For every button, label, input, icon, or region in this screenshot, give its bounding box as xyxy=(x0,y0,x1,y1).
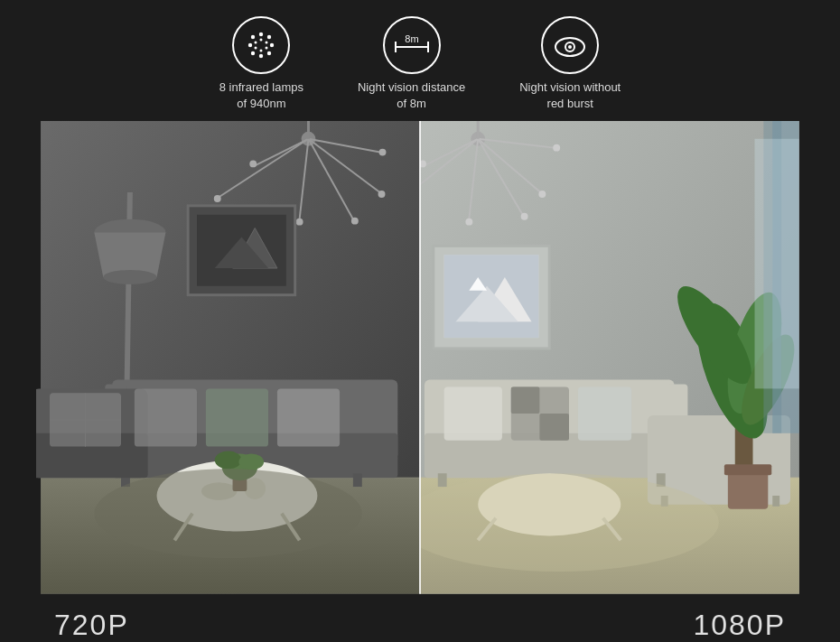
svg-point-10 xyxy=(266,47,268,50)
infrared-icon xyxy=(232,16,290,74)
svg-point-71 xyxy=(94,470,361,559)
svg-point-36 xyxy=(249,161,257,168)
page-wrapper: 8 infrared lamps of 940nm 8m Night visio… xyxy=(0,0,840,642)
distance-icon: 8m xyxy=(383,16,441,74)
svg-rect-53 xyxy=(353,474,362,488)
svg-rect-106 xyxy=(539,414,569,441)
svg-point-77 xyxy=(538,191,546,198)
distance-text: Night vision distance of 8m xyxy=(358,79,465,112)
svg-point-5 xyxy=(251,51,255,55)
svg-point-9 xyxy=(266,42,268,44)
svg-point-8 xyxy=(260,39,263,42)
svg-point-87 xyxy=(553,144,560,152)
svg-text:8m: 8m xyxy=(405,33,418,44)
svg-point-32 xyxy=(214,195,221,202)
svg-point-69 xyxy=(215,451,242,470)
svg-rect-103 xyxy=(444,387,502,441)
svg-point-4 xyxy=(259,54,263,58)
svg-point-121 xyxy=(397,474,719,572)
infrared-text: 8 infrared lamps of 940nm xyxy=(219,79,303,112)
svg-point-85 xyxy=(465,219,472,226)
svg-point-7 xyxy=(251,35,255,39)
no-red-burst-text: Night vision without red burst xyxy=(519,79,621,112)
svg-point-30 xyxy=(378,191,386,198)
svg-rect-117 xyxy=(754,139,798,389)
left-resolution-label: 720P xyxy=(54,609,129,642)
svg-point-81 xyxy=(521,213,528,220)
svg-rect-107 xyxy=(578,387,631,441)
resolution-labels: 720P 1080P xyxy=(36,594,804,642)
svg-point-2 xyxy=(270,43,274,47)
feature-infrared: 8 infrared lamps of 940nm xyxy=(219,16,303,112)
svg-rect-114 xyxy=(724,465,771,476)
svg-point-3 xyxy=(267,51,271,55)
right-resolution-label: 1080P xyxy=(693,609,786,642)
feature-no-red-burst: Night vision without red burst xyxy=(519,16,621,112)
svg-rect-102 xyxy=(772,496,779,507)
feature-bar: 8 infrared lamps of 940nm 8m Night visio… xyxy=(0,0,840,121)
svg-point-12 xyxy=(255,47,257,50)
svg-point-70 xyxy=(238,454,264,470)
svg-point-0 xyxy=(259,33,263,36)
feature-distance: 8m Night vision distance of 8m xyxy=(358,16,465,112)
svg-point-13 xyxy=(255,42,257,44)
comparison-image xyxy=(36,121,804,594)
svg-rect-60 xyxy=(206,389,268,447)
svg-rect-61 xyxy=(277,389,340,447)
svg-point-6 xyxy=(248,43,252,47)
eye-icon xyxy=(541,16,599,74)
svg-point-38 xyxy=(296,219,303,226)
svg-point-40 xyxy=(379,149,387,156)
svg-point-48 xyxy=(103,270,156,284)
svg-point-1 xyxy=(267,35,271,39)
svg-point-34 xyxy=(351,218,359,225)
svg-rect-105 xyxy=(511,387,540,414)
svg-point-11 xyxy=(260,50,263,52)
svg-rect-59 xyxy=(135,389,197,447)
svg-rect-99 xyxy=(438,474,447,488)
svg-point-20 xyxy=(568,45,572,49)
